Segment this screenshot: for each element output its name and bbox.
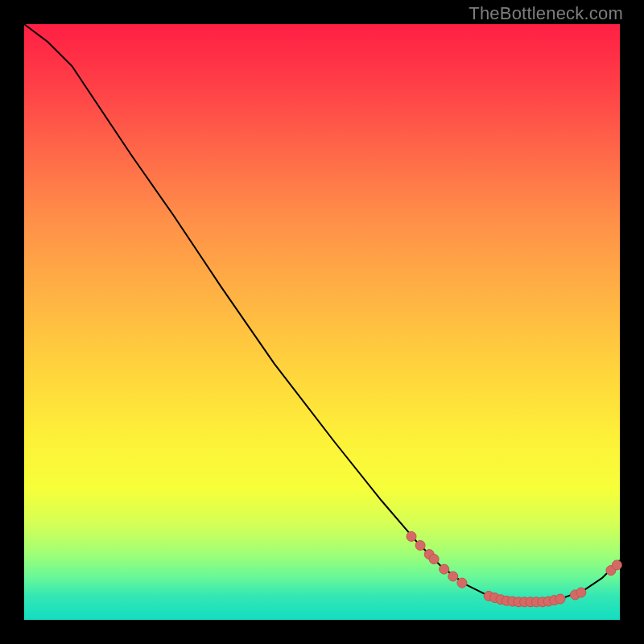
- data-markers: [407, 531, 621, 606]
- bottleneck-curve: [24, 24, 620, 602]
- data-marker: [457, 578, 467, 588]
- data-marker: [415, 541, 425, 551]
- chart-svg: [24, 24, 620, 620]
- data-marker: [555, 594, 565, 604]
- plot-area: [24, 24, 620, 620]
- data-marker: [440, 564, 449, 574]
- data-marker: [576, 588, 586, 597]
- data-marker: [612, 560, 621, 570]
- watermark-text: TheBottleneck.com: [469, 3, 623, 24]
- data-marker: [448, 572, 458, 581]
- data-marker: [429, 555, 439, 564]
- data-marker: [407, 531, 416, 541]
- chart-frame: TheBottleneck.com: [0, 0, 644, 644]
